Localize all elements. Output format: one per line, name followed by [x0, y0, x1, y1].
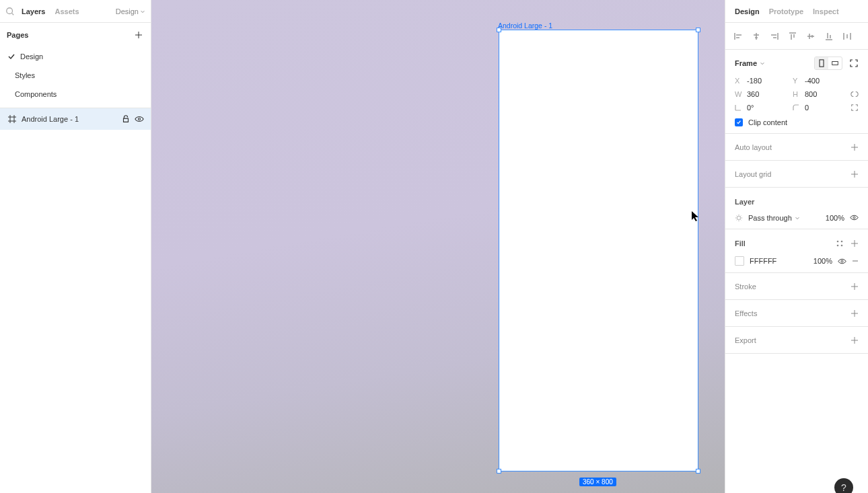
y-input[interactable]: Y -400 [793, 77, 840, 85]
frame-preset-label: Frame [735, 59, 757, 67]
layers-list: Android Large - 1 [0, 108, 151, 130]
clip-content-checkbox[interactable] [735, 118, 743, 126]
tab-design[interactable]: Design [735, 7, 760, 15]
align-left-icon[interactable] [733, 32, 743, 41]
eye-icon[interactable] [135, 114, 144, 124]
check-icon [8, 53, 15, 60]
rotation-value: 0° [747, 104, 754, 112]
export-section[interactable]: Export [725, 327, 868, 354]
blend-mode-dropdown[interactable]: Pass through [748, 214, 813, 222]
search-icon[interactable] [5, 7, 15, 16]
page-label: Styles [15, 71, 35, 79]
add-page-button[interactable] [133, 30, 144, 40]
page-label: Design [20, 52, 43, 61]
fill-opacity-input[interactable]: 100% [807, 257, 832, 265]
page-item-styles[interactable]: Styles [0, 66, 151, 85]
left-panel-tabs: Layers Assets Design [0, 0, 151, 23]
resize-handle-tl[interactable] [497, 28, 501, 32]
align-row [725, 23, 868, 50]
pages-list: Design Styles Components [0, 47, 151, 108]
tab-layers[interactable]: Layers [19, 5, 48, 18]
frame-preset-dropdown[interactable]: Frame [735, 59, 765, 67]
resize-handle-br[interactable] [696, 469, 700, 473]
align-hcenter-icon[interactable] [752, 32, 761, 41]
canvas-frame-label[interactable]: Android Large - 1 [498, 22, 552, 30]
resize-handle-tr[interactable] [696, 28, 700, 32]
h-label: H [793, 90, 799, 98]
unlock-icon[interactable] [121, 114, 131, 124]
effects-section[interactable]: Effects [725, 300, 868, 327]
help-button[interactable]: ? [834, 478, 853, 493]
svg-point-6 [853, 217, 855, 219]
plus-icon[interactable] [851, 143, 859, 151]
plus-icon[interactable] [851, 336, 859, 344]
style-picker-icon[interactable] [836, 239, 844, 248]
link-dimensions-icon[interactable] [851, 90, 859, 98]
fill-swatch[interactable] [735, 256, 744, 266]
right-panel: Design Prototype Inspect Frame [725, 0, 868, 493]
clip-content-row: Clip content [735, 118, 859, 126]
independent-corners-icon[interactable] [851, 104, 859, 112]
resize-to-fit-icon[interactable] [849, 59, 859, 68]
layer-label: Layer [735, 198, 754, 206]
layout-grid-section[interactable]: Layout grid [725, 161, 868, 188]
canvas[interactable]: Android Large - 1 360 × 800 [151, 0, 725, 493]
chevron-down-icon [795, 215, 800, 221]
dimensions-badge: 360 × 800 [579, 478, 616, 486]
plus-icon[interactable] [851, 309, 859, 317]
align-vcenter-icon[interactable] [806, 32, 816, 41]
radius-value: 0 [805, 104, 809, 112]
resize-handle-bl[interactable] [497, 469, 501, 473]
page-item-design[interactable]: Design [0, 47, 151, 66]
corner-radius-icon [793, 104, 799, 111]
page-item-components[interactable]: Components [0, 85, 151, 104]
svg-point-5 [737, 216, 740, 219]
plus-icon[interactable] [851, 170, 859, 178]
w-input[interactable]: W 360 [735, 90, 782, 98]
fill-hex-input[interactable]: FFFFFF [750, 257, 801, 265]
tab-prototype[interactable]: Prototype [769, 7, 803, 15]
blend-mode-value: Pass through [748, 214, 792, 222]
align-top-icon[interactable] [788, 32, 797, 41]
frame-section: Frame X -180 [725, 50, 868, 134]
x-label: X [735, 77, 742, 85]
align-right-icon[interactable] [770, 32, 779, 41]
radius-input[interactable]: 0 [793, 104, 840, 112]
portrait-button[interactable] [815, 57, 828, 69]
svg-point-10 [841, 245, 843, 247]
tab-assets[interactable]: Assets [52, 5, 81, 18]
minus-icon[interactable] [852, 258, 859, 264]
rotation-input[interactable]: 0° [735, 104, 782, 112]
landscape-button[interactable] [828, 57, 842, 69]
svg-point-2 [138, 118, 140, 120]
canvas-frame[interactable] [499, 30, 698, 471]
left-panel: Layers Assets Design Pages Design Styles… [0, 0, 151, 493]
x-input[interactable]: X -180 [735, 77, 782, 85]
eye-icon[interactable] [838, 257, 846, 266]
align-bottom-icon[interactable] [824, 32, 834, 41]
stroke-section[interactable]: Stroke [725, 273, 868, 300]
layer-label: Android Large - 1 [22, 115, 117, 123]
svg-point-11 [841, 260, 843, 262]
auto-layout-section[interactable]: Auto layout [725, 134, 868, 161]
distribute-icon[interactable] [842, 32, 852, 41]
svg-point-0 [7, 7, 13, 13]
layout-grid-label: Layout grid [735, 170, 771, 178]
page-label: Components [15, 90, 57, 98]
svg-point-7 [837, 241, 839, 243]
page-context-dropdown[interactable]: Design [116, 7, 145, 15]
y-label: Y [793, 77, 799, 85]
svg-point-9 [837, 245, 839, 247]
fill-section: Fill FFFFFF 100% [725, 229, 868, 273]
svg-line-1 [12, 13, 14, 15]
clip-content-label: Clip content [748, 118, 787, 126]
eye-icon[interactable] [850, 213, 859, 222]
h-input[interactable]: H 800 [793, 90, 840, 98]
layer-section: Layer Pass through 100% [725, 188, 868, 229]
plus-icon[interactable] [851, 282, 859, 291]
layer-opacity-input[interactable]: 100% [819, 214, 844, 222]
tab-inspect[interactable]: Inspect [813, 7, 839, 15]
w-value: 360 [747, 90, 759, 98]
plus-icon[interactable] [851, 239, 859, 248]
layer-item[interactable]: Android Large - 1 [0, 108, 151, 130]
